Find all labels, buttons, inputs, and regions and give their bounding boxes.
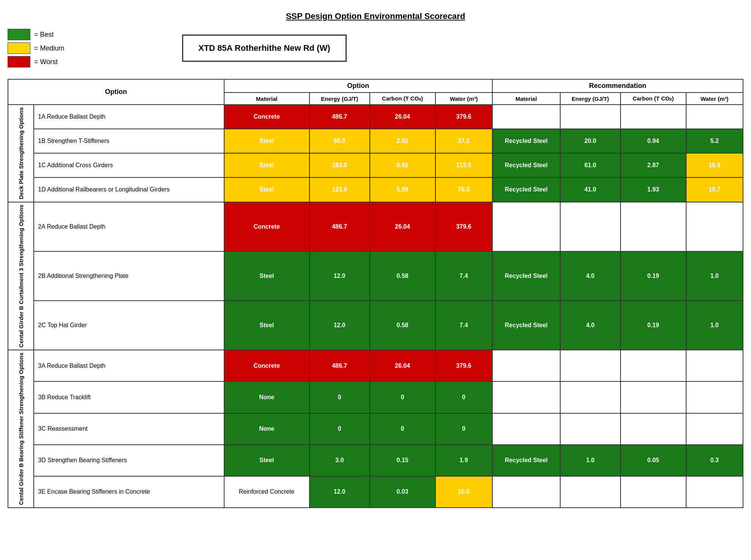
recommendation-cell: 0.19 xyxy=(621,301,686,350)
recommendation-cell: 4.0 xyxy=(560,251,621,301)
table-row: 2B Additional Strengthening PlateSteel12… xyxy=(8,251,743,301)
option-cell: 10.5 xyxy=(435,476,492,508)
page-title: SSP Design Option Environmental Scorecar… xyxy=(8,11,743,21)
option-cell: 60.0 xyxy=(310,129,370,153)
legend-best-box xyxy=(8,29,30,40)
option-cell: 12.0 xyxy=(310,476,370,508)
subheader-opt-material: Material xyxy=(224,93,310,105)
subheader-rec-material: Material xyxy=(492,93,560,105)
option-cell: 379.6 xyxy=(435,105,492,129)
group-header-recommendation: Recommendation xyxy=(492,79,743,93)
subheader-opt-water: Water (m³) xyxy=(435,93,492,105)
option-name: 1D Additional Railbearers or Longitudina… xyxy=(34,177,224,202)
recommendation-cell: Recycled Steel xyxy=(492,129,560,153)
row-group-label: Deck Plate Strengthening Options xyxy=(8,105,34,202)
recommendation-cell: 5.2 xyxy=(686,129,743,153)
option-cell: 0 xyxy=(435,413,492,445)
option-cell: 26.04 xyxy=(370,202,435,251)
legend: = Best = Medium = Worst xyxy=(8,29,91,67)
recommendation-cell: 61.0 xyxy=(560,153,621,177)
option-cell: 113.5 xyxy=(435,153,492,177)
recommendation-cell: Recycled Steel xyxy=(492,301,560,350)
table-row: Cental Girder B Bearing Stiffener Streng… xyxy=(8,350,743,381)
table-row: 3D Strengthen Bearing StiffenersSteel3.0… xyxy=(8,445,743,476)
table-row: 3B Reduce TrackliftNone000 xyxy=(8,381,743,413)
option-cell: Steel xyxy=(224,445,310,476)
recommendation-cell xyxy=(686,350,743,381)
table-row: 1B Strengthen T-StiffenersSteel60.02.923… xyxy=(8,129,743,153)
table-row: 2C Top Hat GirderSteel12.00.587.4Recycle… xyxy=(8,301,743,350)
option-cell: 7.4 xyxy=(435,251,492,301)
subheader-rec-water: Water (m³) xyxy=(686,93,743,105)
recommendation-cell: Recycled Steel xyxy=(492,251,560,301)
recommendation-cell xyxy=(686,476,743,508)
legend-medium-box xyxy=(8,42,30,54)
option-cell: 183.0 xyxy=(310,153,370,177)
recommendation-cell xyxy=(686,202,743,251)
group-header-option: Option xyxy=(224,79,492,93)
option-name: 3A Reduce Ballast Depth xyxy=(34,350,224,381)
recommendation-cell xyxy=(686,381,743,413)
legend-worst-label: = Worst xyxy=(34,58,58,66)
recommendation-cell: 15.9 xyxy=(686,153,743,177)
option-cell: 7.4 xyxy=(435,301,492,350)
project-name: XTD 85A Rotherhithe New Rd (W) xyxy=(182,35,347,62)
subheader-opt-energy: Energy (GJ/T) xyxy=(310,93,370,105)
subheader-rec-carbon: Carbon (T CO₂) xyxy=(621,93,686,105)
option-cell: 379.6 xyxy=(435,202,492,251)
recommendation-cell xyxy=(621,381,686,413)
option-name: 1B Strengthen T-Stiffeners xyxy=(34,129,224,153)
option-name: 1A Reduce Ballast Depth xyxy=(34,105,224,129)
legend-medium: = Medium xyxy=(8,42,91,54)
option-name: 3E Encase Bearing Stiffeners in Concrete xyxy=(34,476,224,508)
legend-worst-box xyxy=(8,56,30,67)
recommendation-cell: 0.94 xyxy=(621,129,686,153)
recommendation-cell: 1.0 xyxy=(560,445,621,476)
option-cell: 486.7 xyxy=(310,350,370,381)
option-cell: 1.9 xyxy=(435,445,492,476)
option-cell: 0.15 xyxy=(370,445,435,476)
recommendation-cell xyxy=(686,105,743,129)
recommendation-cell xyxy=(492,381,560,413)
option-cell: Steel xyxy=(224,177,310,202)
option-cell: 26.04 xyxy=(370,105,435,129)
option-cell: 0 xyxy=(370,381,435,413)
recommendation-cell xyxy=(560,202,621,251)
option-cell: 486.7 xyxy=(310,202,370,251)
recommendation-cell xyxy=(492,350,560,381)
recommendation-cell: 20.0 xyxy=(560,129,621,153)
recommendation-cell xyxy=(492,476,560,508)
recommendation-cell: 1.0 xyxy=(686,301,743,350)
option-cell: Steel xyxy=(224,301,310,350)
legend-worst: = Worst xyxy=(8,56,91,67)
option-cell: Concrete xyxy=(224,105,310,129)
scorecard-table: Option Option Recommendation Material En… xyxy=(8,79,743,508)
option-cell: 0.58 xyxy=(370,301,435,350)
option-cell: Concrete xyxy=(224,202,310,251)
option-cell: Reinforced Concrete xyxy=(224,476,310,508)
option-cell: 0 xyxy=(370,413,435,445)
option-cell: 8.91 xyxy=(370,153,435,177)
option-cell: 3.0 xyxy=(310,445,370,476)
option-name: 3B Reduce Tracklift xyxy=(34,381,224,413)
legend-best-label: = Best xyxy=(34,31,54,39)
option-cell: 12.0 xyxy=(310,251,370,301)
subheader-opt-carbon: Carbon (T CO₂) xyxy=(370,93,435,105)
recommendation-cell: Recycled Steel xyxy=(492,445,560,476)
option-name: 3C Reassessment xyxy=(34,413,224,445)
option-cell: 26.04 xyxy=(370,350,435,381)
option-name: 1C Additional Cross Girders xyxy=(34,153,224,177)
recommendation-cell: Recycled Steel xyxy=(492,153,560,177)
recommendation-cell: 0.05 xyxy=(621,445,686,476)
option-cell: 0.58 xyxy=(370,251,435,301)
legend-best: = Best xyxy=(8,29,91,40)
option-name: 2A Reduce Ballast Depth xyxy=(34,202,224,251)
table-row: Cental Girder B Curtailment 3 Strengthen… xyxy=(8,202,743,251)
recommendation-cell xyxy=(492,105,560,129)
recommendation-cell xyxy=(621,413,686,445)
recommendation-cell: 0.19 xyxy=(621,251,686,301)
option-cell: 37.2 xyxy=(435,129,492,153)
table-row: 1C Additional Cross GirdersSteel183.08.9… xyxy=(8,153,743,177)
option-cell: 76.3 xyxy=(435,177,492,202)
option-cell: Steel xyxy=(224,129,310,153)
